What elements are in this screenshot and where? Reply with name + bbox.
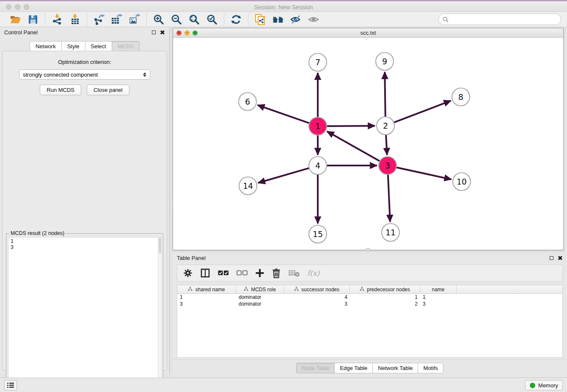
edge-2-8[interactable] bbox=[393, 101, 451, 123]
select-all-rows-icon[interactable] bbox=[218, 268, 229, 279]
import-table-icon[interactable] bbox=[69, 14, 81, 25]
table-row[interactable]: 1dominator411 bbox=[177, 294, 562, 301]
node-label: 15 bbox=[313, 229, 323, 239]
toolbar-group bbox=[45, 13, 87, 26]
node-3[interactable]: 3 bbox=[379, 157, 396, 174]
node-14[interactable]: 14 bbox=[239, 177, 257, 195]
tab-motifs[interactable]: Motifs bbox=[418, 363, 443, 373]
deselect-all-rows-icon[interactable] bbox=[237, 268, 248, 279]
edge-3-1[interactable] bbox=[327, 131, 381, 161]
column-label: shared name bbox=[195, 287, 225, 293]
table-row[interactable]: 3dominator323 bbox=[177, 301, 562, 307]
table-cell: 3 bbox=[284, 301, 350, 307]
zoom-selected-icon[interactable] bbox=[206, 14, 218, 25]
table-cell: 1 bbox=[420, 294, 457, 301]
tab-network[interactable]: Network bbox=[30, 41, 61, 52]
tab-mcds[interactable]: MCDS bbox=[112, 41, 140, 52]
application-window: Session: New Session Control Panel ✖ Net… bbox=[0, 0, 567, 392]
search-input[interactable] bbox=[451, 16, 557, 22]
table-cell: 4 bbox=[284, 294, 350, 301]
edge-3-11[interactable] bbox=[388, 174, 390, 222]
titlebar: Session: New Session bbox=[0, 0, 567, 12]
control-panel-title: Control Panel bbox=[4, 29, 38, 36]
main-toolbar bbox=[0, 12, 567, 27]
import-network-icon[interactable] bbox=[51, 14, 63, 25]
node-label: 8 bbox=[458, 92, 463, 102]
network-resize-grip[interactable] bbox=[366, 248, 370, 251]
close-panel-button[interactable]: Close panel bbox=[87, 85, 129, 95]
edge-1-6[interactable] bbox=[258, 105, 311, 124]
table-cell: 2 bbox=[350, 301, 420, 307]
float-panel-icon[interactable] bbox=[152, 30, 156, 34]
tab-node-table[interactable]: Node Table bbox=[296, 363, 335, 373]
column-chooser-icon[interactable] bbox=[200, 268, 210, 279]
node-10[interactable]: 10 bbox=[453, 173, 471, 190]
tree-icon bbox=[244, 287, 248, 293]
edge-3-10[interactable] bbox=[396, 167, 451, 179]
window-title: Session: New Session bbox=[0, 4, 567, 11]
tab-edge-table[interactable]: Edge Table bbox=[334, 363, 372, 373]
edge-4-14[interactable] bbox=[258, 168, 310, 183]
function-builder-icon: f(x) bbox=[307, 268, 319, 279]
tab-network-table[interactable]: Network Table bbox=[372, 363, 418, 373]
export-image-icon[interactable] bbox=[129, 14, 140, 25]
task-history-button[interactable] bbox=[4, 380, 17, 390]
tab-style[interactable]: Style bbox=[61, 41, 85, 52]
mcds-result-fieldset: MCDS result (2 nodes) 1 3 bbox=[6, 233, 163, 392]
hide-selected-icon[interactable] bbox=[290, 14, 302, 25]
table-cell: dominator bbox=[236, 301, 284, 307]
zoom-fit-icon[interactable] bbox=[188, 14, 200, 25]
node-1[interactable]: 1 bbox=[309, 117, 327, 135]
table-close-icon[interactable]: ✖ bbox=[557, 255, 563, 261]
delete-column-icon[interactable] bbox=[272, 268, 281, 279]
table-tabs-divider bbox=[173, 359, 567, 360]
apply-layout-icon[interactable] bbox=[230, 14, 242, 25]
mcds-result-scrollbar[interactable] bbox=[158, 237, 161, 391]
network-canvas[interactable]: 7968124314101511 bbox=[173, 38, 563, 250]
export-table-icon[interactable] bbox=[111, 14, 123, 25]
node-6[interactable]: 6 bbox=[239, 93, 256, 110]
close-panel-icon[interactable]: ✖ bbox=[160, 29, 165, 36]
node-11[interactable]: 11 bbox=[382, 224, 399, 241]
node-label: 1 bbox=[315, 121, 320, 131]
edge-1-2[interactable] bbox=[326, 126, 375, 126]
node-9[interactable]: 9 bbox=[376, 52, 394, 70]
column-header-predecessor-nodes[interactable]: predecessor nodes bbox=[350, 285, 420, 293]
column-header-name[interactable]: name bbox=[420, 285, 457, 293]
table-float-icon[interactable] bbox=[550, 256, 553, 260]
node-4[interactable]: 4 bbox=[309, 157, 327, 174]
add-column-icon[interactable] bbox=[255, 268, 264, 279]
node-2[interactable]: 2 bbox=[377, 117, 394, 135]
dropdown-caret-icon bbox=[143, 72, 146, 77]
network-view-window: ✕ – + scc.txt 7968124314101511 bbox=[173, 28, 564, 250]
search-box[interactable] bbox=[438, 14, 561, 25]
column-header-successor-nodes[interactable]: successor nodes bbox=[284, 285, 350, 293]
zoom-in-icon[interactable] bbox=[153, 14, 165, 25]
run-mcds-button[interactable]: Run MCDS bbox=[40, 85, 81, 95]
panel-splitter-grip[interactable] bbox=[170, 199, 173, 210]
memory-button[interactable]: Memory bbox=[525, 380, 563, 390]
first-neighbors-icon[interactable] bbox=[272, 14, 284, 25]
duplicate-network-icon[interactable] bbox=[254, 14, 266, 25]
save-session-icon[interactable] bbox=[27, 14, 39, 25]
list-icon bbox=[7, 382, 14, 388]
toolbar-group bbox=[87, 13, 146, 26]
memory-label: Memory bbox=[538, 382, 558, 389]
column-header-shared-name[interactable]: shared name bbox=[177, 285, 236, 293]
table-settings-icon[interactable] bbox=[183, 268, 193, 279]
tab-select[interactable]: Select bbox=[85, 41, 112, 52]
mcds-result-text[interactable]: 1 3 bbox=[8, 237, 161, 391]
column-header-MCDS-role[interactable]: MCDS role bbox=[236, 285, 284, 293]
export-network-icon[interactable] bbox=[93, 14, 105, 25]
table-panel-title: Table Panel bbox=[177, 255, 206, 261]
edge-2-9[interactable] bbox=[385, 72, 385, 118]
node-7[interactable]: 7 bbox=[309, 53, 327, 71]
node-label: 4 bbox=[315, 161, 320, 170]
edge-2-3[interactable] bbox=[386, 134, 387, 155]
node-15[interactable]: 15 bbox=[309, 225, 327, 243]
open-session-icon[interactable] bbox=[9, 14, 21, 25]
zoom-out-icon[interactable] bbox=[171, 14, 182, 25]
optimization-criterion-dropdown[interactable]: strongly connected component bbox=[19, 69, 150, 80]
node-8[interactable]: 8 bbox=[452, 88, 470, 106]
node-label: 7 bbox=[315, 58, 320, 67]
